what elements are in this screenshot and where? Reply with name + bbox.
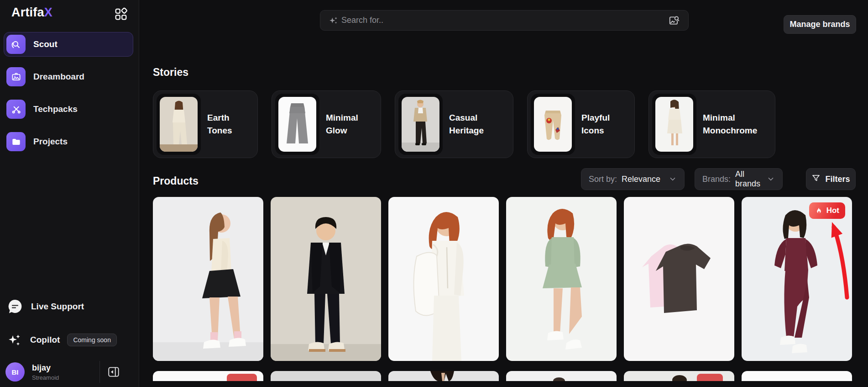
- product-card-11[interactable]: [624, 371, 734, 381]
- product-card-2[interactable]: [271, 197, 381, 361]
- sidebar-item-label: Dreamboard: [33, 72, 84, 82]
- user-profile[interactable]: BI bijay Streamoid: [5, 361, 133, 383]
- hot-badge-partial: [227, 374, 257, 381]
- product-card-6[interactable]: Hot: [742, 197, 852, 361]
- copilot-label: Copilot: [30, 335, 60, 345]
- chevron-down-icon: [767, 175, 775, 183]
- filters-label: Filters: [825, 175, 850, 184]
- sidebar-item-scout[interactable]: Scout: [4, 32, 133, 57]
- sidebar-item-techpacks[interactable]: Techpacks: [4, 97, 133, 122]
- product-card-7[interactable]: [153, 371, 263, 381]
- story-label: Minimal Glow: [326, 111, 370, 137]
- product-card-1[interactable]: [153, 197, 263, 361]
- sidebar-nav: Scout Dreamboard: [4, 32, 133, 162]
- product-card-5[interactable]: [624, 197, 734, 361]
- hot-badge: Hot: [809, 202, 845, 219]
- story-card-minimal-monochrome[interactable]: Minimal Monochrome: [648, 90, 775, 158]
- story-label: Playful Icons: [581, 111, 624, 137]
- flame-icon: [815, 207, 823, 215]
- stories-title: Stories: [153, 66, 188, 79]
- story-label: Earth Tones: [207, 111, 247, 137]
- story-label: Casual Heritage: [449, 111, 502, 137]
- product-card-9[interactable]: [388, 371, 499, 381]
- story-thumbnail: [275, 94, 319, 155]
- products-title: Products: [153, 175, 199, 187]
- product-card-4[interactable]: [506, 197, 617, 361]
- sort-by-label: Sort by:: [589, 175, 617, 184]
- divider: [99, 361, 100, 383]
- brands-label: Brands:: [702, 175, 731, 184]
- sidebar-item-projects[interactable]: Projects: [4, 129, 133, 154]
- coming-soon-badge: Coming soon: [67, 334, 117, 346]
- apps-grid-icon[interactable]: [114, 7, 128, 21]
- image-search-icon[interactable]: [668, 15, 680, 27]
- search-placeholder: Search for..: [341, 16, 668, 25]
- chevron-down-icon: [669, 175, 677, 183]
- sidebar: ArtifaX Scout: [0, 0, 139, 387]
- story-card-earth-tones[interactable]: Earth Tones: [153, 90, 258, 158]
- image-search-icon: [6, 35, 26, 54]
- sidebar-item-label: Scout: [33, 39, 58, 49]
- sidebar-item-dreamboard[interactable]: Dreamboard: [4, 64, 133, 89]
- products-grid-partial-row: [153, 371, 852, 381]
- story-label: Minimal Monochrome: [703, 111, 757, 137]
- brands-value: All brands: [735, 170, 767, 189]
- moodboard-icon: [6, 67, 26, 86]
- app-logo: ArtifaX: [11, 5, 52, 20]
- sparkles-icon: [7, 333, 22, 347]
- sort-by-dropdown[interactable]: Sort by: Relevance: [581, 168, 685, 190]
- story-thumbnail: [531, 94, 575, 155]
- live-support-button[interactable]: Live Support: [7, 299, 84, 314]
- sidebar-item-label: Projects: [33, 137, 68, 147]
- story-thumbnail: [652, 94, 696, 155]
- user-name: bijay: [32, 363, 96, 373]
- hot-badge-partial: [697, 374, 723, 381]
- user-meta: bijay Streamoid: [32, 363, 96, 381]
- hot-badge-label: Hot: [826, 206, 839, 215]
- stories-row: Earth Tones Minimal Glow: [153, 90, 775, 158]
- manage-brands-button[interactable]: Manage brands: [784, 15, 856, 34]
- products-grid: Hot: [153, 197, 852, 361]
- product-card-10[interactable]: [506, 371, 617, 381]
- filters-button[interactable]: Filters: [806, 168, 856, 190]
- story-thumbnail: [398, 94, 443, 155]
- live-support-label: Live Support: [31, 302, 84, 312]
- story-card-minimal-glow[interactable]: Minimal Glow: [272, 90, 381, 158]
- brands-dropdown[interactable]: Brands: All brands: [695, 168, 783, 190]
- product-card-8[interactable]: [271, 371, 381, 381]
- copilot-button[interactable]: Copilot Coming soon: [7, 333, 117, 347]
- search-input[interactable]: Search for..: [320, 10, 689, 31]
- story-thumbnail: [157, 94, 201, 155]
- product-card-3[interactable]: [388, 197, 499, 361]
- scissors-icon: [6, 100, 26, 119]
- chat-bubble-icon: [7, 299, 23, 314]
- story-card-casual-heritage[interactable]: Casual Heritage: [395, 90, 513, 158]
- ai-sparkle-icon: [329, 16, 339, 26]
- funnel-icon: [811, 174, 821, 185]
- product-card-12[interactable]: [742, 371, 852, 381]
- sort-by-value: Relevance: [622, 175, 660, 184]
- collapse-sidebar-icon[interactable]: [107, 366, 120, 378]
- story-card-playful-icons[interactable]: Playful Icons: [527, 90, 635, 158]
- user-org: Streamoid: [32, 374, 96, 381]
- folder-icon: [6, 132, 26, 151]
- sidebar-item-label: Techpacks: [33, 104, 78, 114]
- avatar: BI: [5, 362, 25, 382]
